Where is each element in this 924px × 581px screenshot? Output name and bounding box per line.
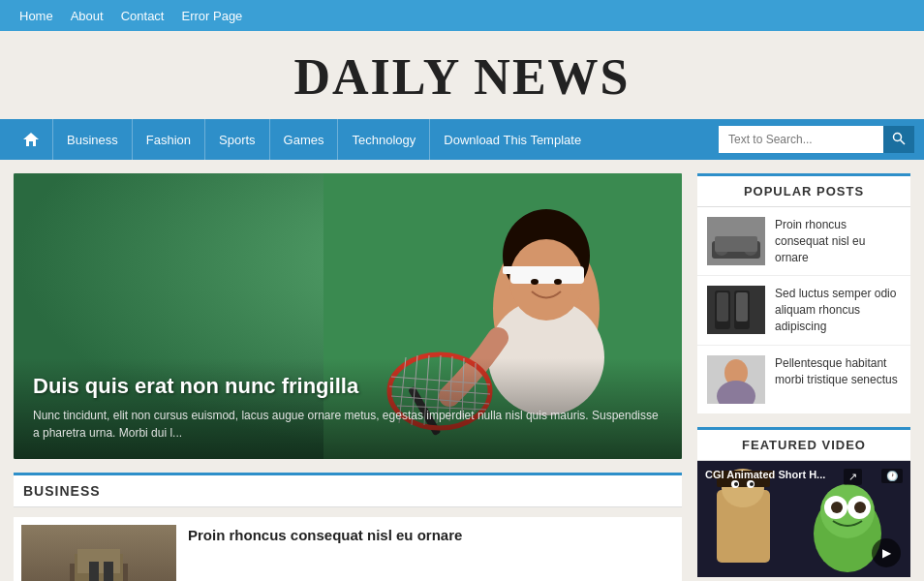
hero-slider[interactable]: Duis quis erat non nunc fringilla Nunc t… [14,173,682,459]
sidebar: POPULAR POSTS Proin rhoncus consequat ni… [697,173,910,581]
svg-rect-27 [89,562,99,581]
business-card: Proin rhoncus consequat nisl eu ornare [14,517,682,581]
featured-video-section: FEATURED VIDEO [697,427,910,577]
svg-point-0 [894,133,902,140]
svg-rect-7 [510,266,584,284]
search-area [719,126,914,153]
popular-post-3: Pellentesque habitant morbi tristique se… [697,346,910,413]
business-post-content: Proin rhoncus consequat nisl eu ornare [188,525,462,581]
center-column: Duis quis erat non nunc fringilla Nunc t… [14,173,682,581]
business-thumbnail [21,525,176,581]
video-title-overlay: CGI Animated Short H... [705,469,825,480]
site-title: DAILY NEWS [0,48,924,106]
top-nav-home[interactable]: Home [19,9,53,23]
svg-rect-36 [717,292,728,321]
svg-point-10 [554,279,562,285]
svg-point-9 [531,279,539,285]
svg-rect-28 [104,562,113,581]
home-nav-button[interactable] [10,119,52,160]
hero-excerpt: Nunc tincidunt, elit non cursus euismod,… [33,407,662,442]
featured-video-title: FEATURED VIDEO [697,427,910,461]
svg-rect-38 [736,292,748,321]
pp-thumb-3 [707,355,765,404]
nav-fashion[interactable]: Fashion [132,119,204,160]
video-play-button[interactable]: ▶ [872,538,901,567]
pp-thumb-2 [707,286,765,334]
nav-games[interactable]: Games [269,119,338,160]
pp-text-2: Sed luctus semper odio aliquam rhoncus a… [775,286,901,334]
video-share-icon[interactable]: ↗ [844,469,862,485]
svg-line-1 [901,139,906,144]
popular-post-2: Sed luctus semper odio aliquam rhoncus a… [697,276,910,345]
search-button[interactable] [883,126,914,153]
nav-technology[interactable]: Technology [337,119,429,160]
top-nav-contact[interactable]: Contact [121,9,165,23]
main-navigation: Business Fashion Sports Games Technology… [0,119,924,160]
top-nav-about[interactable]: About [71,9,104,23]
top-navigation: Home About Contact Error Page [0,0,924,31]
svg-point-56 [854,502,866,513]
hero-overlay: Duis quis erat non nunc fringilla Nunc t… [14,358,682,459]
top-nav-error[interactable]: Error Page [181,9,242,23]
nav-download[interactable]: Download This Template [429,119,595,160]
popular-posts-section: POPULAR POSTS Proin rhoncus consequat ni… [697,173,910,413]
business-section-header: BUSINESS [14,473,682,507]
svg-rect-33 [715,236,757,252]
video-time-icon: 🕐 [881,469,903,483]
pp-text-3: Pellentesque habitant morbi tristique se… [775,355,901,388]
featured-video-thumbnail[interactable]: CGI Animated Short H... 🕐 ↗ ▶ [697,461,910,577]
business-post-title: Proin rhoncus consequat nisl eu ornare [188,525,462,545]
site-header: DAILY NEWS [0,31,924,119]
hero-background: Duis quis erat non nunc fringilla Nunc t… [14,173,682,459]
svg-point-55 [831,502,843,513]
popular-post-1: Proin rhoncus consequat nisl eu ornare [697,207,910,276]
business-thumb-inner [21,525,176,581]
pp-thumb-1 [707,217,765,265]
main-layout: Duis quis erat non nunc fringilla Nunc t… [0,160,924,581]
pp-text-1: Proin rhoncus consequat nisl eu ornare [775,217,901,265]
search-input[interactable] [719,126,883,153]
nav-sports[interactable]: Sports [204,119,269,160]
svg-rect-8 [503,266,516,274]
nav-business[interactable]: Business [52,119,132,160]
svg-point-49 [734,482,738,486]
popular-posts-title: POPULAR POSTS [697,173,910,207]
hero-title: Duis quis erat non nunc fringilla [33,374,662,399]
svg-point-50 [750,482,754,486]
